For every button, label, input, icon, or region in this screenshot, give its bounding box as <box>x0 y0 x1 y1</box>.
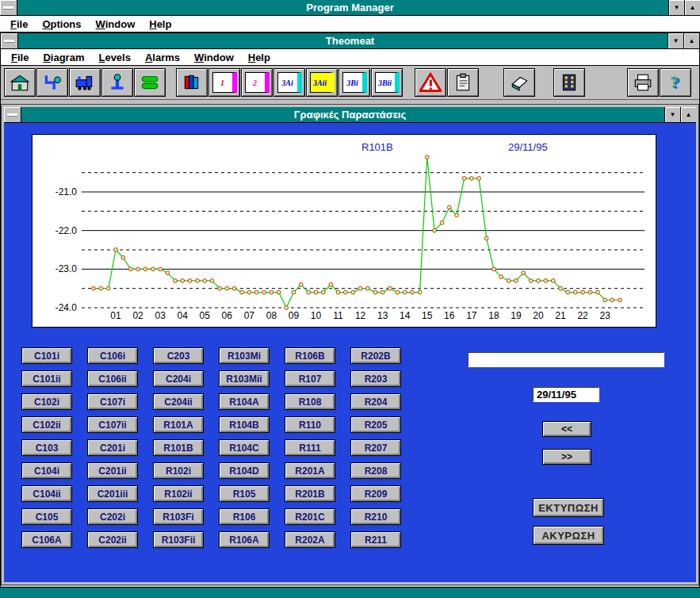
equip-button-R111[interactable]: R111 <box>285 439 335 456</box>
equip-button-C102i[interactable]: C102i <box>21 393 72 410</box>
toolbar-plant-button[interactable] <box>4 68 36 97</box>
equip-button-R101A[interactable]: R101A <box>153 416 204 433</box>
equip-button-R108[interactable]: R108 <box>285 393 335 410</box>
equip-button-C101i[interactable]: C101i <box>21 347 72 364</box>
toolbar-eraser-button[interactable] <box>503 68 535 97</box>
toolbar-train-button[interactable] <box>69 68 101 97</box>
equip-button-C105[interactable]: C105 <box>21 508 72 525</box>
equip-button-R106[interactable]: R106 <box>219 508 270 525</box>
equip-button-R201C[interactable]: R201C <box>285 508 335 525</box>
equip-button-R104A[interactable]: R104A <box>219 393 270 410</box>
toolbar-print-button[interactable] <box>627 68 659 97</box>
pm-menu-help[interactable]: Help <box>142 17 178 32</box>
toolbar-screen-3aii-button[interactable]: 3Aii <box>306 68 338 97</box>
system-menu-icon[interactable] <box>0 0 17 15</box>
toolbar-clipboard-button[interactable] <box>447 68 479 97</box>
equip-button-R209[interactable]: R209 <box>350 485 401 502</box>
equip-button-C201i[interactable]: C201i <box>87 439 138 456</box>
toolbar-alarm-button[interactable] <box>415 68 446 97</box>
toolbar-tanks-button[interactable] <box>134 68 166 97</box>
tm-menu-levels[interactable]: Levels <box>91 50 138 65</box>
equip-button-C203[interactable]: C203 <box>153 347 204 364</box>
graph-system-menu-icon[interactable] <box>4 107 21 122</box>
toolbar-screen-2-button[interactable]: 2 <box>241 68 273 97</box>
equip-button-R211[interactable]: R211 <box>350 531 401 548</box>
equip-button-R201A[interactable]: R201A <box>285 462 335 479</box>
equip-button-C101ii[interactable]: C101ii <box>21 370 72 387</box>
maximize-icon[interactable]: ▲ <box>683 33 699 48</box>
equip-button-C104i[interactable]: C104i <box>21 462 72 479</box>
equip-button-C204i[interactable]: C204i <box>153 370 204 387</box>
equip-button-C201iii[interactable]: C201iii <box>87 485 138 502</box>
tm-menu-file[interactable]: File <box>4 50 36 65</box>
equip-button-R203[interactable]: R203 <box>350 370 401 387</box>
equip-button-R110[interactable]: R110 <box>285 416 335 433</box>
equip-button-R102i[interactable]: R102i <box>153 462 204 479</box>
toolbar-help-button[interactable]: ?? <box>660 68 691 97</box>
equip-button-R202A[interactable]: R202A <box>285 531 335 548</box>
toolbar-building-button[interactable] <box>553 68 585 97</box>
tm-menu-alarms[interactable]: Alarms <box>138 50 187 65</box>
equip-button-R103Fii[interactable]: R103Fii <box>153 531 204 548</box>
pm-menu-window[interactable]: Window <box>89 17 143 32</box>
equip-button-R103Fi[interactable]: R103Fi <box>153 508 204 525</box>
equip-button-R201B[interactable]: R201B <box>285 485 335 502</box>
prev-date-button[interactable]: << <box>542 421 591 437</box>
equip-button-R208[interactable]: R208 <box>350 462 401 479</box>
tm-menu-window[interactable]: Window <box>187 50 241 65</box>
minimize-icon[interactable]: ▼ <box>668 0 684 15</box>
equip-button-C201ii[interactable]: C201ii <box>87 462 138 479</box>
print-button[interactable]: ΕΚΤΥΠΩΣΗ <box>533 498 604 517</box>
toolbar-screen-1-button[interactable]: 1 <box>208 68 240 97</box>
equip-button-R105[interactable]: R105 <box>219 485 270 502</box>
equip-button-R103Mii[interactable]: R103Mii <box>219 370 270 387</box>
minimize-icon[interactable]: ▼ <box>667 33 683 48</box>
equip-button-R106A[interactable]: R106A <box>219 531 270 548</box>
equip-button-R205[interactable]: R205 <box>350 416 401 433</box>
equip-button-R104B[interactable]: R104B <box>219 416 270 433</box>
equipment-grid: C101iC101iiC102iC102iiC103C104iC104iiC10… <box>21 347 401 548</box>
equip-button-C202ii[interactable]: C202ii <box>87 531 138 548</box>
toolbar-screen-3bii-button[interactable]: 3Bii <box>371 68 403 97</box>
pm-menu-file[interactable]: File <box>3 17 35 32</box>
equip-button-C106i[interactable]: C106i <box>87 347 138 364</box>
toolbar-folders-button[interactable] <box>176 68 208 97</box>
pm-menu-options[interactable]: Options <box>35 17 88 32</box>
theomeat-system-menu-icon[interactable] <box>1 33 18 48</box>
equip-button-R101B[interactable]: R101B <box>153 439 204 456</box>
equip-button-C204ii[interactable]: C204ii <box>153 393 204 410</box>
screen-3bi-icon: 3Bi <box>342 72 367 93</box>
graph-name-input[interactable] <box>468 352 664 367</box>
minimize-icon[interactable]: ▼ <box>664 107 680 122</box>
tm-menu-diagram[interactable]: Diagram <box>36 50 91 65</box>
toolbar-mixer-button[interactable] <box>101 68 133 97</box>
next-date-button[interactable]: >> <box>542 449 591 465</box>
equip-button-C104ii[interactable]: C104ii <box>21 485 72 502</box>
equip-button-R103Mi[interactable]: R103Mi <box>219 347 270 364</box>
equip-button-C103[interactable]: C103 <box>21 439 72 456</box>
tm-menu-help[interactable]: Help <box>241 50 277 65</box>
equip-button-R104C[interactable]: R104C <box>219 439 270 456</box>
equip-button-R106B[interactable]: R106B <box>285 347 335 364</box>
cancel-button[interactable]: ΑΚΥΡΩΣΗ <box>533 526 604 545</box>
equip-button-C202i[interactable]: C202i <box>87 508 138 525</box>
equip-button-R107[interactable]: R107 <box>285 370 335 387</box>
maximize-icon[interactable]: ▲ <box>680 107 696 122</box>
equip-button-R210[interactable]: R210 <box>350 508 401 525</box>
date-input[interactable] <box>533 387 599 402</box>
equip-button-C106ii[interactable]: C106ii <box>87 370 138 387</box>
toolbar-screen-3bi-button[interactable]: 3Bi <box>339 68 370 97</box>
equip-button-C106A[interactable]: C106A <box>21 531 72 548</box>
maximize-icon[interactable]: ▲ <box>684 0 700 15</box>
equip-button-R102ii[interactable]: R102ii <box>153 485 204 502</box>
theomeat-titlebar: Theomeat ▼ ▲ <box>1 33 699 49</box>
equip-button-R207[interactable]: R207 <box>350 439 401 456</box>
equip-button-C107ii[interactable]: C107ii <box>87 416 138 433</box>
toolbar-screen-3ai-button[interactable]: 3Ai <box>273 68 305 97</box>
equip-button-C102ii[interactable]: C102ii <box>21 416 72 433</box>
equip-button-C107i[interactable]: C107i <box>87 393 138 410</box>
equip-button-R104D[interactable]: R104D <box>219 462 270 479</box>
toolbar-pipes-button[interactable] <box>36 68 68 97</box>
equip-button-R204[interactable]: R204 <box>350 393 401 410</box>
equip-button-R202B[interactable]: R202B <box>350 347 401 364</box>
